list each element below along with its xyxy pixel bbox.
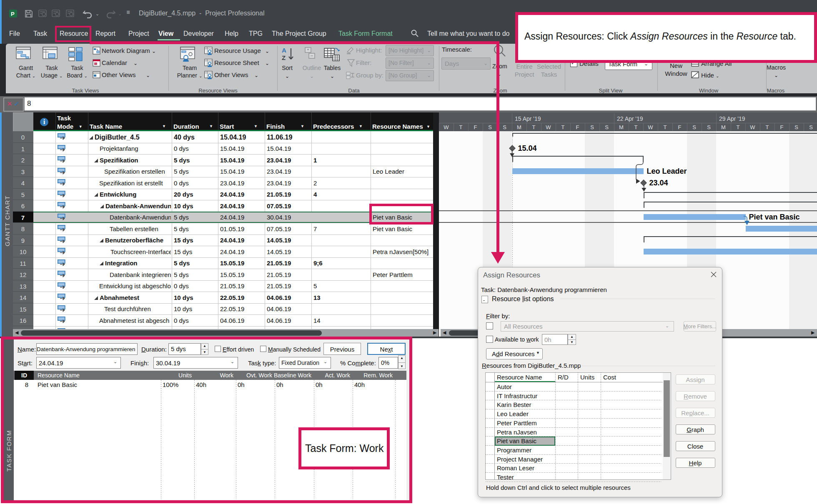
svg-text:A: A — [282, 47, 286, 54]
svg-text:Z: Z — [282, 54, 286, 61]
